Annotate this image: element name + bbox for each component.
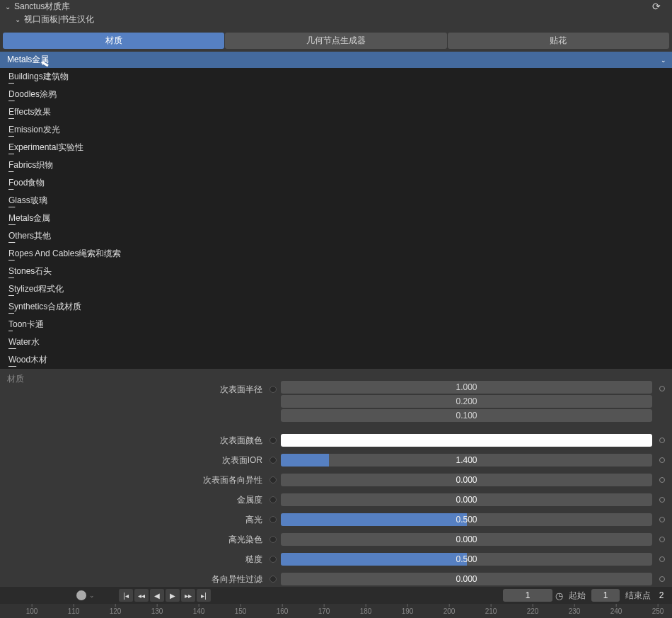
category-item[interactable]: Toon卡通 (0, 316, 672, 333)
category-item[interactable]: Synthetics合成材质 (0, 298, 672, 316)
category-item[interactable]: Fabrics织物 (0, 156, 672, 174)
slider-value: 0.000 (281, 493, 652, 506)
start-frame-input[interactable]: 1 (591, 589, 620, 602)
category-item[interactable]: Experimental实验性 (0, 139, 672, 156)
ruler-tick: 240 (610, 607, 622, 615)
ruler-tick: 100 (26, 607, 38, 615)
vector-component[interactable]: 0.200 (281, 395, 652, 408)
ruler-tick: 160 (277, 607, 289, 615)
ruler-tick: 120 (110, 607, 122, 615)
value-slider[interactable]: 0.000 (281, 493, 652, 506)
category-item[interactable]: Effects效果 (0, 103, 672, 121)
slider-value: 0.000 (281, 533, 652, 546)
ruler-tick: 180 (360, 607, 372, 615)
play-reverse-button[interactable]: ◀ (150, 589, 164, 602)
category-item[interactable]: Wood木材 (0, 351, 672, 369)
menu-dot[interactable] (659, 576, 665, 582)
menu-dot[interactable] (659, 497, 665, 503)
ruler-tick: 230 (569, 607, 581, 615)
category-dropdown[interactable]: Metals金属 ⌄ (0, 52, 672, 68)
property-row: 次表面IOR1.400 (0, 450, 672, 470)
property-row: 糙度0.500 (0, 549, 672, 569)
slider-value: 0.000 (281, 573, 652, 585)
property-label: 糙度 (0, 554, 265, 566)
category-item[interactable]: Buildings建筑物 (0, 68, 672, 86)
category-item[interactable]: Food食物 (0, 174, 672, 192)
category-item[interactable]: Doodles涂鸦 (0, 86, 672, 103)
play-button[interactable]: ▶ (166, 589, 180, 602)
property-row: 次表面各向异性0.000 (0, 470, 672, 490)
property-row: 高光0.500 (0, 510, 672, 530)
socket-dot[interactable] (270, 457, 277, 464)
end-frame-input[interactable]: 2 (656, 589, 666, 602)
value-slider[interactable]: 1.400 (281, 454, 652, 467)
chevron-down-icon[interactable]: ⌄ (14, 16, 21, 23)
property-row: 金属度0.000 (0, 490, 672, 510)
tab-0[interactable]: 材质 (3, 33, 224, 49)
vector-component[interactable]: 1.000 (281, 381, 652, 394)
menu-dot[interactable] (659, 437, 665, 443)
jump-start-button[interactable]: |◂ (119, 589, 133, 602)
clock-icon[interactable]: ◷ (555, 590, 563, 601)
dropdown-selected-label: Metals金属 (7, 54, 49, 66)
property-row: 次表面半径1.0000.2000.100 (0, 389, 672, 430)
panel-title: Sanctus材质库 (14, 1, 70, 13)
value-slider[interactable]: 0.500 (281, 513, 652, 526)
keyframe-next-button[interactable]: ▸▸ (181, 589, 195, 602)
jump-end-button[interactable]: ▸| (197, 589, 211, 602)
socket-dot[interactable] (270, 556, 277, 563)
menu-dot[interactable] (659, 457, 665, 463)
tab-1[interactable]: 几何节点生成器 (225, 33, 446, 49)
slider-value: 0.000 (281, 474, 652, 486)
slider-value: 0.500 (281, 513, 652, 526)
chevron-down-icon[interactable]: ⌄ (4, 3, 11, 11)
socket-dot[interactable] (270, 536, 277, 543)
chevron-down-icon[interactable]: ⌄ (89, 592, 95, 599)
value-slider[interactable]: 0.000 (281, 474, 652, 486)
category-item[interactable]: Stones石头 (0, 263, 672, 280)
ruler-tick: 130 (151, 607, 163, 615)
keyframe-prev-button[interactable]: ◂◂ (134, 589, 149, 602)
category-item[interactable]: Emission发光 (0, 121, 672, 139)
menu-dot[interactable] (659, 517, 665, 522)
socket-dot[interactable] (270, 386, 277, 393)
menu-dot[interactable] (659, 386, 665, 391)
value-slider[interactable]: 0.000 (281, 573, 652, 585)
category-item[interactable]: Stylized程式化 (0, 280, 672, 298)
record-icon[interactable] (76, 590, 86, 600)
current-frame-input[interactable]: 1 (503, 589, 552, 602)
socket-dot[interactable] (270, 476, 277, 483)
value-slider[interactable]: 0.500 (281, 553, 652, 566)
category-item[interactable]: Glass玻璃 (0, 192, 672, 210)
ruler-tick: 200 (444, 607, 456, 615)
menu-dot[interactable] (659, 556, 665, 562)
timeline-ruler[interactable]: 1001101201301401501601701801902002102202… (0, 604, 672, 618)
menu-dot[interactable] (659, 477, 665, 483)
category-item[interactable]: Water水 (0, 333, 672, 351)
slider-value: 1.400 (281, 454, 652, 467)
property-label: 各向异性过滤 (0, 573, 265, 585)
color-swatch[interactable] (281, 434, 652, 447)
category-item[interactable]: Metals金属 (0, 210, 672, 227)
refresh-icon[interactable]: ⟳ (652, 1, 661, 12)
tab-2[interactable]: 贴花 (448, 33, 669, 49)
value-slider[interactable]: 0.000 (281, 533, 652, 546)
ruler-tick: 140 (193, 607, 205, 615)
menu-dot[interactable] (659, 537, 665, 542)
socket-dot[interactable] (270, 516, 277, 523)
category-item[interactable]: Others其他 (0, 227, 672, 245)
start-label: 起始 (569, 590, 586, 602)
end-label: 结束点 (625, 590, 651, 602)
ruler-tick: 170 (318, 607, 330, 615)
socket-dot[interactable] (270, 437, 277, 444)
vector-component[interactable]: 0.100 (281, 409, 652, 422)
property-row: 各向异性过滤0.000 (0, 569, 672, 589)
property-label: 金属度 (0, 494, 265, 506)
socket-dot[interactable] (270, 496, 277, 503)
ruler-tick: 110 (68, 607, 80, 615)
category-item[interactable]: Ropes And Cables绳索和缆索 (0, 245, 672, 263)
socket-dot[interactable] (270, 576, 277, 583)
ruler-tick: 150 (235, 607, 247, 615)
property-label: 次表面颜色 (0, 435, 265, 447)
property-label: 次表面各向异性 (0, 474, 265, 486)
